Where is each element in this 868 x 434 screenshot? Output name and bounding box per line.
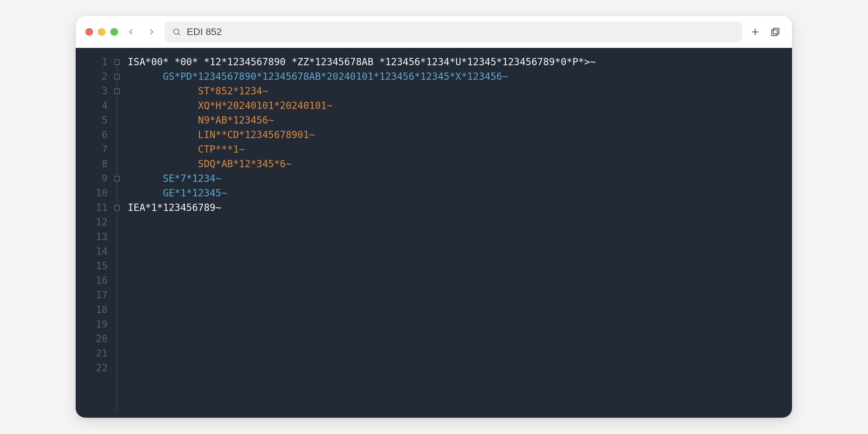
line-number: 12 <box>76 215 108 230</box>
line-number: 11 <box>76 201 108 215</box>
line-number: 16 <box>76 273 108 288</box>
line-number: 8 <box>76 157 108 171</box>
line-number: 15 <box>76 259 108 273</box>
window-controls <box>85 28 118 36</box>
code-token: SE*7*1234~ <box>163 173 221 184</box>
line-number: 7 <box>76 142 108 157</box>
close-window-button[interactable] <box>85 28 93 36</box>
code-token: GS*PD*1234567890*12345678AB*20240101*123… <box>163 71 508 82</box>
fold-toggle[interactable] <box>114 74 120 79</box>
line-number: 21 <box>76 346 108 361</box>
zoom-window-button[interactable] <box>110 28 118 36</box>
line-number: 13 <box>76 230 108 244</box>
minimize-window-button[interactable] <box>98 28 106 36</box>
titlebar <box>76 16 792 48</box>
fold-gutter <box>111 55 125 418</box>
code-line[interactable]: IEA*1*123456789~ <box>128 201 792 215</box>
code-line[interactable]: GE*1*12345~ <box>128 186 792 201</box>
code-token: IEA*1*123456789~ <box>128 202 221 213</box>
new-tab-button[interactable] <box>748 25 762 39</box>
fold-toggle[interactable] <box>114 88 120 94</box>
code-token: N9*AB*123456~ <box>198 114 274 126</box>
code-token: CTP***1~ <box>198 144 245 155</box>
svg-line-1 <box>178 33 180 35</box>
line-number: 18 <box>76 303 108 317</box>
fold-toggle[interactable] <box>114 176 120 181</box>
app-window: 12345678910111213141516171819202122 ISA*… <box>76 16 792 418</box>
line-number: 5 <box>76 113 108 128</box>
line-number: 22 <box>76 361 108 375</box>
svg-rect-4 <box>773 28 779 34</box>
search-field[interactable] <box>165 22 742 42</box>
chevron-left-icon <box>128 27 135 37</box>
line-number-gutter: 12345678910111213141516171819202122 <box>76 55 111 418</box>
code-line[interactable]: GS*PD*1234567890*12345678AB*20240101*123… <box>128 69 792 84</box>
nav-forward-button[interactable] <box>144 25 158 39</box>
code-line[interactable]: XQ*H*20240101*20240101~ <box>128 99 792 113</box>
line-number: 19 <box>76 317 108 332</box>
svg-rect-5 <box>772 30 777 35</box>
window-stack-icon <box>770 27 780 37</box>
svg-point-0 <box>174 29 179 34</box>
code-token: LIN**CD*12345678901~ <box>198 129 315 141</box>
code-line[interactable]: LIN**CD*12345678901~ <box>128 128 792 142</box>
chevron-right-icon <box>148 27 155 37</box>
code-line[interactable]: ST*852*1234~ <box>128 84 792 99</box>
line-number: 10 <box>76 186 108 201</box>
line-number: 3 <box>76 84 108 99</box>
code-line[interactable]: N9*AB*123456~ <box>128 113 792 128</box>
code-token: SDQ*AB*12*345*6~ <box>198 158 292 170</box>
line-number: 20 <box>76 332 108 346</box>
fold-toggle[interactable] <box>114 205 120 211</box>
code-line[interactable]: CTP***1~ <box>128 142 792 157</box>
fold-toggle[interactable] <box>114 59 120 65</box>
code-token: ST*852*1234~ <box>198 85 268 97</box>
code-content[interactable]: ISA*00* *00* *12*1234567890 *ZZ*12345678… <box>125 55 792 418</box>
code-line[interactable]: SDQ*AB*12*345*6~ <box>128 157 792 171</box>
code-line[interactable]: ISA*00* *00* *12*1234567890 *ZZ*12345678… <box>128 55 792 69</box>
code-token: ISA*00* *00* *12*1234567890 *ZZ*12345678… <box>128 56 596 68</box>
code-token: XQ*H*20240101*20240101~ <box>198 100 332 111</box>
line-number: 1 <box>76 55 108 69</box>
code-editor[interactable]: 12345678910111213141516171819202122 ISA*… <box>76 48 792 418</box>
search-icon <box>172 27 181 36</box>
line-number: 4 <box>76 99 108 113</box>
line-number: 2 <box>76 69 108 84</box>
fold-guide-line <box>117 62 117 411</box>
plus-icon <box>750 27 760 37</box>
window-stack-button[interactable] <box>768 25 782 39</box>
code-line[interactable]: SE*7*1234~ <box>128 171 792 186</box>
search-input[interactable] <box>187 26 734 37</box>
line-number: 17 <box>76 288 108 303</box>
code-token: GE*1*12345~ <box>163 187 227 199</box>
line-number: 6 <box>76 128 108 142</box>
line-number: 14 <box>76 244 108 259</box>
nav-back-button[interactable] <box>124 25 138 39</box>
line-number: 9 <box>76 171 108 186</box>
